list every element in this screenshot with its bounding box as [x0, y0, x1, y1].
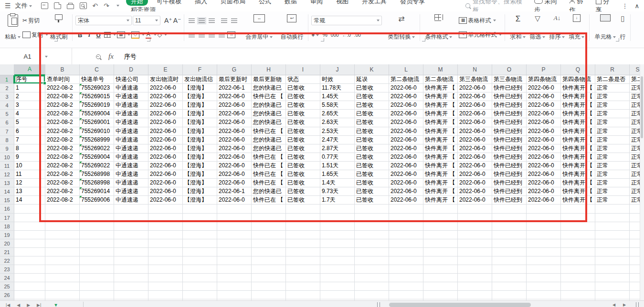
column-header-R[interactable]: R	[595, 64, 630, 75]
column-header-B[interactable]: B	[45, 64, 80, 75]
cell-K7[interactable]: 已签收	[355, 127, 389, 136]
cell-A16[interactable]	[14, 205, 45, 213]
column-header-L[interactable]: L	[389, 64, 423, 75]
cell-K2[interactable]: 已签收	[355, 84, 389, 92]
cell-F18[interactable]	[183, 222, 217, 231]
cell-M20[interactable]	[423, 239, 458, 248]
cell-B22[interactable]	[45, 256, 80, 265]
cell-O12[interactable]: 快件已经到	[492, 170, 527, 179]
cell-F3[interactable]: 【澄海】	[183, 92, 217, 101]
cell-D5[interactable]: 中通速递	[114, 110, 148, 118]
menu-tab-页面布局[interactable]: 页面布局	[216, 0, 250, 6]
row-header-10[interactable]: 10	[0, 153, 14, 162]
cell-J3[interactable]: 1.45天	[320, 92, 355, 101]
row-header-5[interactable]: 5	[0, 110, 14, 118]
cell-K20[interactable]	[355, 239, 389, 248]
column-header-N[interactable]: N	[458, 64, 492, 75]
cell-P17[interactable]	[527, 214, 561, 222]
cell-F1[interactable]: 发出物流信	[183, 75, 217, 84]
cell-H23[interactable]	[252, 265, 286, 274]
cell-C21[interactable]	[80, 248, 114, 256]
cell-J10[interactable]: 0.77天	[320, 153, 355, 162]
cell-B20[interactable]	[45, 239, 80, 248]
cell-G10[interactable]: 2022-06-0	[217, 153, 252, 162]
namebox-dropdown-icon[interactable]	[45, 56, 48, 58]
cell-M22[interactable]	[423, 256, 458, 265]
cell-G4[interactable]: 2022-06-0	[217, 101, 252, 110]
cell-O15[interactable]: 快件已经到	[492, 196, 527, 205]
cell-E4[interactable]: 2022-06-0	[148, 101, 183, 110]
cell-B4[interactable]: 2022-08-2	[45, 101, 80, 110]
cell-H12[interactable]: 快件已在 【	[252, 170, 286, 179]
cell-K8[interactable]: 已签收	[355, 136, 389, 144]
cell-A22[interactable]	[14, 256, 45, 265]
row-header-21[interactable]: 21	[0, 248, 14, 256]
row-header-2[interactable]: 2	[0, 84, 14, 92]
cell-M9[interactable]: 快件离开 【	[423, 144, 458, 153]
cell-F12[interactable]: 【澄海】	[183, 170, 217, 179]
cell-N15[interactable]: 2022-06-0	[458, 196, 492, 205]
cell-N24[interactable]	[458, 274, 492, 282]
cell-C6[interactable]: 755269001	[80, 118, 114, 127]
cell-G2[interactable]: 2022-06-1	[217, 84, 252, 92]
cell-C22[interactable]	[80, 256, 114, 265]
cell-D17[interactable]	[114, 214, 148, 222]
row-header-24[interactable]: 24	[0, 274, 14, 282]
cell-N3[interactable]: 2022-06-0	[458, 92, 492, 101]
cell-style-button[interactable]: ✎ 单元格样式	[459, 29, 502, 41]
cell-A11[interactable]: 10	[14, 162, 45, 170]
cell-Q12[interactable]: 快件离开 【	[561, 170, 595, 179]
cell-C10[interactable]: 755269004	[80, 153, 114, 162]
cell-O23[interactable]	[492, 265, 527, 274]
cell-H21[interactable]	[252, 248, 286, 256]
row-header-25[interactable]: 25	[0, 282, 14, 291]
cell-N12[interactable]: 2022-06-0	[458, 170, 492, 179]
decrease-indent-icon[interactable]	[221, 19, 227, 23]
cell-O25[interactable]	[492, 282, 527, 291]
cell-R14[interactable]: 正常	[595, 187, 630, 196]
cell-H7[interactable]: 快件已在 【	[252, 127, 286, 136]
row-header-3[interactable]: 3	[0, 92, 14, 101]
increase-indent-icon[interactable]	[231, 19, 237, 23]
format-painter-button[interactable]: 格式刷	[50, 14, 67, 41]
cell-F14[interactable]: 【澄海】	[183, 187, 217, 196]
cell-Q26[interactable]	[561, 291, 595, 299]
cell-P6[interactable]: 2022-06-0	[527, 118, 561, 127]
cell-B21[interactable]	[45, 248, 80, 256]
cell-G18[interactable]	[217, 222, 252, 231]
cell-D22[interactable]	[114, 256, 148, 265]
cell-N19[interactable]	[458, 231, 492, 239]
cell-I18[interactable]	[286, 222, 320, 231]
cell-L13[interactable]: 2022-06-0	[389, 179, 423, 187]
menu-tab-视图[interactable]: 视图	[331, 0, 353, 6]
cell-C3[interactable]: 755269015	[80, 92, 114, 101]
cell-L14[interactable]: 2022-06-0	[389, 187, 423, 196]
cell-N23[interactable]	[458, 265, 492, 274]
cell-I13[interactable]: 已签收	[286, 179, 320, 187]
prev-sheet-icon[interactable]: ◀	[17, 303, 20, 307]
cell-B16[interactable]	[45, 205, 80, 213]
cell-N9[interactable]: 2022-06-0	[458, 144, 492, 153]
distribute-icon[interactable]: ↔	[227, 31, 235, 38]
cell-A12[interactable]: 11	[14, 170, 45, 179]
cell-J24[interactable]	[320, 274, 355, 282]
cell-B1[interactable]: 查单时间	[45, 75, 80, 84]
hamburger-icon[interactable]: ☰	[5, 2, 11, 10]
cell-D24[interactable]	[114, 274, 148, 282]
cell-F17[interactable]	[183, 214, 217, 222]
cell-M10[interactable]: 快件离开 【	[423, 153, 458, 162]
cell-M14[interactable]: 快件离开 【	[423, 187, 458, 196]
cell-I5[interactable]: 已签收	[286, 110, 320, 118]
cell-D18[interactable]	[114, 222, 148, 231]
zoom-icon[interactable]	[96, 54, 101, 59]
cell-K6[interactable]: 已签收	[355, 118, 389, 127]
cell-Q21[interactable]	[561, 248, 595, 256]
cell-H15[interactable]: 快件已在 【	[252, 196, 286, 205]
cell-O14[interactable]: 快件已经到	[492, 187, 527, 196]
cell-J17[interactable]	[320, 214, 355, 222]
cell-D26[interactable]	[114, 291, 148, 299]
cell-O19[interactable]	[492, 231, 527, 239]
cell-P15[interactable]: 2022-06-0	[527, 196, 561, 205]
font-name-select[interactable]: 宋体	[75, 16, 132, 25]
cell-L4[interactable]: 2022-06-0	[389, 101, 423, 110]
